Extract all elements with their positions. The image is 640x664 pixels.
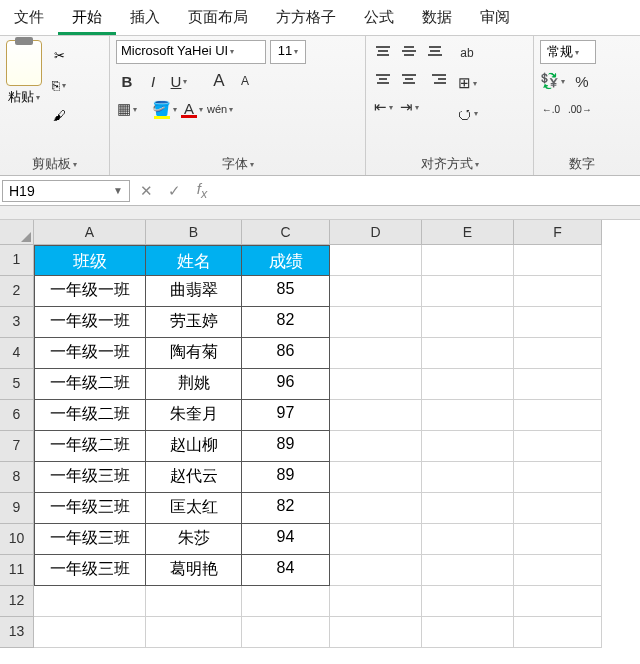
indent-decrease-button[interactable]: ⇤: [372, 96, 394, 118]
currency-button[interactable]: 💱: [540, 70, 565, 92]
wrap-text-button[interactable]: ab: [456, 42, 478, 64]
cell-D12[interactable]: [330, 586, 422, 617]
col-head-D[interactable]: D: [330, 220, 422, 245]
cell-A7[interactable]: 一年级二班: [34, 431, 146, 462]
col-head-A[interactable]: A: [34, 220, 146, 245]
cell-B2[interactable]: 曲翡翠: [146, 276, 242, 307]
cell-F9[interactable]: [514, 493, 602, 524]
cell-B10[interactable]: 朱莎: [146, 524, 242, 555]
cell-F10[interactable]: [514, 524, 602, 555]
cell-C10[interactable]: 94: [242, 524, 330, 555]
cell-B11[interactable]: 葛明艳: [146, 555, 242, 586]
cell-B7[interactable]: 赵山柳: [146, 431, 242, 462]
cell-E3[interactable]: [422, 307, 514, 338]
merge-button[interactable]: ⊞: [456, 72, 478, 94]
format-painter-icon[interactable]: 🖌: [48, 104, 70, 126]
cell-F6[interactable]: [514, 400, 602, 431]
col-head-C[interactable]: C: [242, 220, 330, 245]
align-bottom-button[interactable]: [424, 40, 446, 62]
align-middle-button[interactable]: [398, 40, 420, 62]
cell-A2[interactable]: 一年级一班: [34, 276, 146, 307]
cell-F2[interactable]: [514, 276, 602, 307]
row-head-3[interactable]: 3: [0, 307, 34, 338]
cell-A12[interactable]: [34, 586, 146, 617]
cell-C7[interactable]: 89: [242, 431, 330, 462]
cell-A6[interactable]: 一年级二班: [34, 400, 146, 431]
font-size-select[interactable]: 11: [270, 40, 306, 64]
number-format-select[interactable]: 常规: [540, 40, 596, 64]
cut-icon[interactable]: ✂: [48, 44, 70, 66]
menu-formulas[interactable]: 公式: [350, 0, 408, 35]
cell-B1[interactable]: 姓名: [146, 245, 242, 276]
font-name-select[interactable]: Microsoft YaHei UI: [116, 40, 266, 64]
cell-F5[interactable]: [514, 369, 602, 400]
cancel-formula-button[interactable]: ✕: [132, 182, 160, 200]
cell-C12[interactable]: [242, 586, 330, 617]
menu-review[interactable]: 审阅: [466, 0, 524, 35]
cell-E4[interactable]: [422, 338, 514, 369]
cell-A1[interactable]: 班级: [34, 245, 146, 276]
cell-F7[interactable]: [514, 431, 602, 462]
cell-F4[interactable]: [514, 338, 602, 369]
font-color-button[interactable]: A: [181, 98, 203, 120]
cell-B8[interactable]: 赵代云: [146, 462, 242, 493]
cell-F1[interactable]: [514, 245, 602, 276]
shrink-font-button[interactable]: A: [234, 70, 256, 92]
align-right-button[interactable]: [424, 68, 446, 90]
cell-A5[interactable]: 一年级二班: [34, 369, 146, 400]
cell-A3[interactable]: 一年级一班: [34, 307, 146, 338]
row-head-2[interactable]: 2: [0, 276, 34, 307]
cell-C5[interactable]: 96: [242, 369, 330, 400]
cell-A13[interactable]: [34, 617, 146, 648]
row-head-6[interactable]: 6: [0, 400, 34, 431]
cell-E9[interactable]: [422, 493, 514, 524]
cell-F3[interactable]: [514, 307, 602, 338]
cell-D2[interactable]: [330, 276, 422, 307]
row-head-5[interactable]: 5: [0, 369, 34, 400]
cell-E11[interactable]: [422, 555, 514, 586]
cell-F8[interactable]: [514, 462, 602, 493]
name-box[interactable]: H19 ▼: [2, 180, 130, 202]
formula-input[interactable]: [216, 181, 640, 201]
cell-A11[interactable]: 一年级三班: [34, 555, 146, 586]
row-head-9[interactable]: 9: [0, 493, 34, 524]
cell-D4[interactable]: [330, 338, 422, 369]
cell-B9[interactable]: 匡太红: [146, 493, 242, 524]
cell-C2[interactable]: 85: [242, 276, 330, 307]
align-center-button[interactable]: [398, 68, 420, 90]
menu-insert[interactable]: 插入: [116, 0, 174, 35]
cell-B3[interactable]: 劳玉婷: [146, 307, 242, 338]
bold-button[interactable]: B: [116, 70, 138, 92]
cell-D6[interactable]: [330, 400, 422, 431]
paste-button[interactable]: 粘贴: [8, 88, 40, 106]
cell-F11[interactable]: [514, 555, 602, 586]
cell-C8[interactable]: 89: [242, 462, 330, 493]
menu-fangfang[interactable]: 方方格子: [262, 0, 350, 35]
cell-D10[interactable]: [330, 524, 422, 555]
row-head-10[interactable]: 10: [0, 524, 34, 555]
enter-formula-button[interactable]: ✓: [160, 182, 188, 200]
decrease-decimal-button[interactable]: .00→: [568, 98, 592, 120]
row-head-1[interactable]: 1: [0, 245, 34, 276]
name-box-dropdown-icon[interactable]: ▼: [113, 185, 123, 196]
cell-D5[interactable]: [330, 369, 422, 400]
cell-E5[interactable]: [422, 369, 514, 400]
cell-C4[interactable]: 86: [242, 338, 330, 369]
row-head-13[interactable]: 13: [0, 617, 34, 648]
cell-E13[interactable]: [422, 617, 514, 648]
phonetic-button[interactable]: wén: [207, 98, 233, 120]
col-head-E[interactable]: E: [422, 220, 514, 245]
cell-B6[interactable]: 朱奎月: [146, 400, 242, 431]
copy-icon[interactable]: ⎘: [48, 74, 70, 96]
percent-button[interactable]: %: [571, 70, 593, 92]
cell-E12[interactable]: [422, 586, 514, 617]
row-head-7[interactable]: 7: [0, 431, 34, 462]
indent-increase-button[interactable]: ⇥: [398, 96, 420, 118]
cell-B12[interactable]: [146, 586, 242, 617]
col-head-F[interactable]: F: [514, 220, 602, 245]
row-head-12[interactable]: 12: [0, 586, 34, 617]
cell-B5[interactable]: 荆姚: [146, 369, 242, 400]
cell-D11[interactable]: [330, 555, 422, 586]
cell-C6[interactable]: 97: [242, 400, 330, 431]
insert-function-button[interactable]: fx: [188, 180, 216, 201]
